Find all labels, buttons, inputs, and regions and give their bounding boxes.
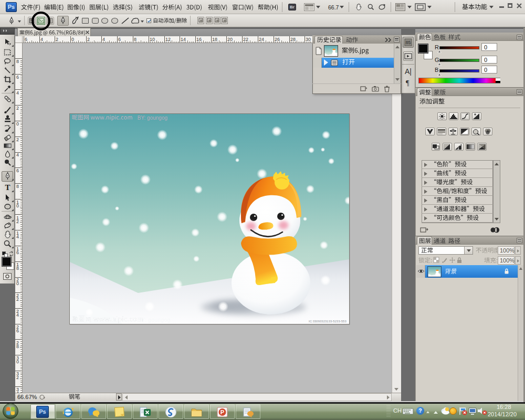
svg-text:P: P — [220, 409, 224, 415]
svg-text:T: T — [5, 183, 10, 192]
svg-text:85: 85 — [405, 40, 411, 45]
